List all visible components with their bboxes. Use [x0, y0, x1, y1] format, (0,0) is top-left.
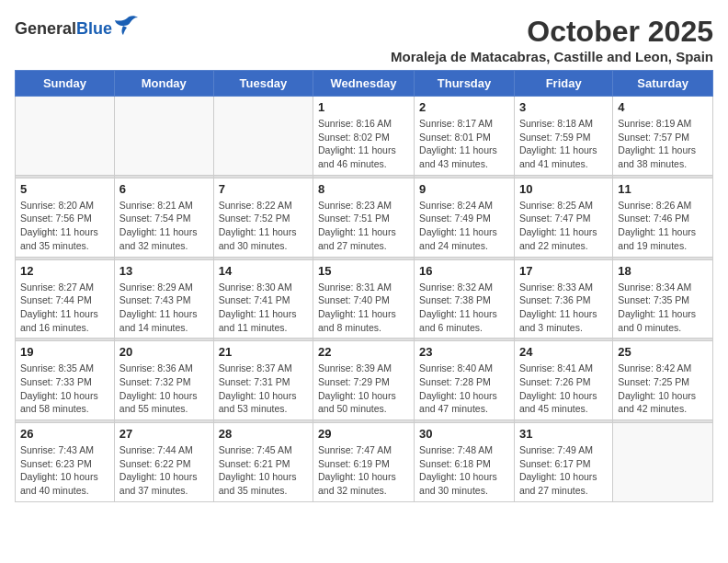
day-number: 31: [519, 427, 608, 441]
weekday-header-tuesday: Tuesday: [213, 71, 313, 97]
calendar-cell: 10Sunrise: 8:25 AM Sunset: 7:47 PM Dayli…: [514, 178, 612, 257]
calendar-cell: 24Sunrise: 8:41 AM Sunset: 7:26 PM Dayli…: [514, 341, 612, 420]
day-number: 4: [618, 100, 708, 114]
calendar-cell: 7Sunrise: 8:22 AM Sunset: 7:52 PM Daylig…: [213, 178, 313, 257]
calendar-cell: [613, 423, 713, 502]
weekday-header-thursday: Thursday: [415, 71, 515, 97]
day-info: Sunrise: 8:35 AM Sunset: 7:33 PM Dayligh…: [20, 362, 109, 416]
day-number: 24: [519, 345, 608, 359]
day-info: Sunrise: 8:21 AM Sunset: 7:54 PM Dayligh…: [119, 199, 209, 253]
day-number: 25: [618, 345, 708, 359]
day-info: Sunrise: 8:25 AM Sunset: 7:47 PM Dayligh…: [519, 199, 608, 253]
calendar-cell: 1Sunrise: 8:16 AM Sunset: 8:02 PM Daylig…: [313, 97, 415, 176]
day-number: 11: [618, 182, 708, 196]
calendar-cell: 30Sunrise: 7:48 AM Sunset: 6:18 PM Dayli…: [415, 423, 515, 502]
calendar-cell: 31Sunrise: 7:49 AM Sunset: 6:17 PM Dayli…: [514, 423, 612, 502]
weekday-header-saturday: Saturday: [613, 71, 713, 97]
calendar-cell: 3Sunrise: 8:18 AM Sunset: 7:59 PM Daylig…: [514, 97, 612, 176]
calendar-cell: 21Sunrise: 8:37 AM Sunset: 7:31 PM Dayli…: [213, 341, 313, 420]
month-title: October 2025: [391, 15, 713, 49]
title-area: October 2025 Moraleja de Matacabras, Cas…: [391, 15, 713, 64]
day-info: Sunrise: 8:30 AM Sunset: 7:41 PM Dayligh…: [219, 281, 308, 335]
weekday-header-sunday: Sunday: [16, 71, 115, 97]
calendar-cell: 19Sunrise: 8:35 AM Sunset: 7:33 PM Dayli…: [16, 341, 115, 420]
day-info: Sunrise: 8:33 AM Sunset: 7:36 PM Dayligh…: [519, 281, 608, 335]
calendar-week-row: 1Sunrise: 8:16 AM Sunset: 8:02 PM Daylig…: [16, 97, 713, 176]
calendar-cell: 11Sunrise: 8:26 AM Sunset: 7:46 PM Dayli…: [613, 178, 713, 257]
day-info: Sunrise: 7:49 AM Sunset: 6:17 PM Dayligh…: [519, 443, 608, 498]
calendar-cell: [213, 97, 313, 176]
calendar-cell: 13Sunrise: 8:29 AM Sunset: 7:43 PM Dayli…: [114, 259, 213, 339]
day-info: Sunrise: 8:31 AM Sunset: 7:40 PM Dayligh…: [318, 281, 409, 335]
day-number: 9: [419, 182, 509, 196]
day-number: 30: [419, 427, 509, 441]
day-number: 13: [119, 264, 209, 278]
day-number: 14: [219, 264, 308, 278]
calendar-week-row: 5Sunrise: 8:20 AM Sunset: 7:56 PM Daylig…: [16, 178, 713, 257]
calendar-week-row: 26Sunrise: 7:43 AM Sunset: 6:23 PM Dayli…: [16, 423, 713, 502]
calendar-cell: 15Sunrise: 8:31 AM Sunset: 7:40 PM Dayli…: [313, 259, 415, 339]
calendar-cell: 25Sunrise: 8:42 AM Sunset: 7:25 PM Dayli…: [613, 341, 713, 420]
weekday-header-row: SundayMondayTuesdayWednesdayThursdayFrid…: [16, 71, 713, 97]
calendar-cell: [114, 97, 213, 176]
day-number: 2: [419, 100, 509, 114]
weekday-header-friday: Friday: [514, 71, 612, 97]
calendar-cell: 28Sunrise: 7:45 AM Sunset: 6:21 PM Dayli…: [213, 423, 313, 502]
logo-bird-icon: [114, 15, 140, 42]
day-info: Sunrise: 8:42 AM Sunset: 7:25 PM Dayligh…: [618, 362, 708, 416]
day-info: Sunrise: 8:29 AM Sunset: 7:43 PM Dayligh…: [119, 281, 209, 335]
day-info: Sunrise: 8:41 AM Sunset: 7:26 PM Dayligh…: [519, 362, 608, 416]
day-info: Sunrise: 7:47 AM Sunset: 6:19 PM Dayligh…: [318, 443, 409, 498]
day-info: Sunrise: 8:17 AM Sunset: 8:01 PM Dayligh…: [419, 117, 509, 171]
calendar-cell: 23Sunrise: 8:40 AM Sunset: 7:28 PM Dayli…: [415, 341, 515, 420]
day-number: 3: [519, 100, 608, 114]
calendar-cell: 5Sunrise: 8:20 AM Sunset: 7:56 PM Daylig…: [16, 178, 115, 257]
day-number: 17: [519, 264, 608, 278]
location-subtitle: Moraleja de Matacabras, Castille and Leo…: [391, 49, 713, 64]
day-number: 23: [419, 345, 509, 359]
day-number: 5: [20, 182, 109, 196]
day-number: 19: [20, 345, 109, 359]
calendar-table: SundayMondayTuesdayWednesdayThursdayFrid…: [15, 70, 713, 502]
day-number: 16: [419, 264, 509, 278]
day-info: Sunrise: 8:37 AM Sunset: 7:31 PM Dayligh…: [219, 362, 308, 416]
calendar-week-row: 12Sunrise: 8:27 AM Sunset: 7:44 PM Dayli…: [16, 259, 713, 339]
day-info: Sunrise: 8:19 AM Sunset: 7:57 PM Dayligh…: [618, 117, 708, 171]
day-info: Sunrise: 8:40 AM Sunset: 7:28 PM Dayligh…: [419, 362, 509, 416]
calendar-cell: 2Sunrise: 8:17 AM Sunset: 8:01 PM Daylig…: [415, 97, 515, 176]
logo: GeneralBlue: [15, 15, 140, 42]
day-number: 22: [318, 345, 409, 359]
day-info: Sunrise: 8:36 AM Sunset: 7:32 PM Dayligh…: [119, 362, 209, 416]
day-info: Sunrise: 7:45 AM Sunset: 6:21 PM Dayligh…: [219, 443, 308, 498]
logo-text: GeneralBlue: [15, 19, 112, 39]
calendar-cell: 14Sunrise: 8:30 AM Sunset: 7:41 PM Dayli…: [213, 259, 313, 339]
calendar-cell: 12Sunrise: 8:27 AM Sunset: 7:44 PM Dayli…: [16, 259, 115, 339]
day-info: Sunrise: 7:44 AM Sunset: 6:22 PM Dayligh…: [119, 443, 209, 498]
day-number: 28: [219, 427, 308, 441]
day-info: Sunrise: 8:39 AM Sunset: 7:29 PM Dayligh…: [318, 362, 409, 416]
day-info: Sunrise: 8:18 AM Sunset: 7:59 PM Dayligh…: [519, 117, 608, 171]
day-info: Sunrise: 7:48 AM Sunset: 6:18 PM Dayligh…: [419, 443, 509, 498]
day-number: 27: [119, 427, 209, 441]
day-info: Sunrise: 8:26 AM Sunset: 7:46 PM Dayligh…: [618, 199, 708, 253]
calendar-cell: 18Sunrise: 8:34 AM Sunset: 7:35 PM Dayli…: [613, 259, 713, 339]
day-info: Sunrise: 8:27 AM Sunset: 7:44 PM Dayligh…: [20, 281, 109, 335]
day-info: Sunrise: 8:22 AM Sunset: 7:52 PM Dayligh…: [219, 199, 308, 253]
calendar-cell: 16Sunrise: 8:32 AM Sunset: 7:38 PM Dayli…: [415, 259, 515, 339]
day-info: Sunrise: 8:16 AM Sunset: 8:02 PM Dayligh…: [318, 117, 409, 171]
day-number: 1: [318, 100, 409, 114]
day-number: 6: [119, 182, 209, 196]
day-info: Sunrise: 8:34 AM Sunset: 7:35 PM Dayligh…: [618, 281, 708, 335]
calendar-week-row: 19Sunrise: 8:35 AM Sunset: 7:33 PM Dayli…: [16, 341, 713, 420]
day-info: Sunrise: 8:24 AM Sunset: 7:49 PM Dayligh…: [419, 199, 509, 253]
day-number: 18: [618, 264, 708, 278]
day-number: 10: [519, 182, 608, 196]
calendar-cell: 29Sunrise: 7:47 AM Sunset: 6:19 PM Dayli…: [313, 423, 415, 502]
day-number: 12: [20, 264, 109, 278]
calendar-cell: 26Sunrise: 7:43 AM Sunset: 6:23 PM Dayli…: [16, 423, 115, 502]
calendar-cell: 4Sunrise: 8:19 AM Sunset: 7:57 PM Daylig…: [613, 97, 713, 176]
day-number: 20: [119, 345, 209, 359]
calendar-cell: 8Sunrise: 8:23 AM Sunset: 7:51 PM Daylig…: [313, 178, 415, 257]
calendar-cell: 9Sunrise: 8:24 AM Sunset: 7:49 PM Daylig…: [415, 178, 515, 257]
calendar-cell: 20Sunrise: 8:36 AM Sunset: 7:32 PM Dayli…: [114, 341, 213, 420]
